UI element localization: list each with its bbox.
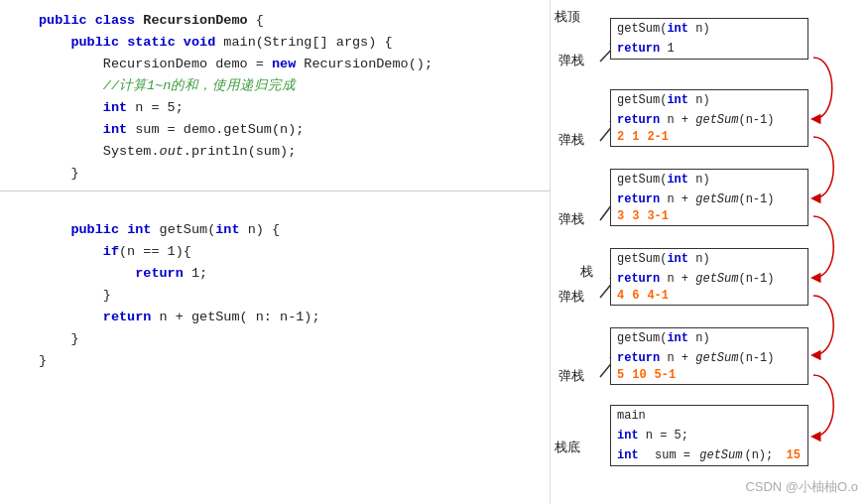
code-line-7: System.out.println(sum); bbox=[0, 141, 550, 163]
frame-numbers: 5105-1 bbox=[611, 368, 807, 384]
stack-label-zhong: 栈 bbox=[580, 263, 593, 281]
stack-top-label: 栈顶 bbox=[555, 8, 580, 26]
code-line-12: return 1; bbox=[0, 263, 550, 285]
stack-bottom-label: 栈底 bbox=[555, 439, 580, 456]
code-text: RecursionDemo demo = new RecursionDemo()… bbox=[39, 54, 433, 75]
stack-frame-4: getSum(int n) return n + getSum(n-1) 464… bbox=[610, 248, 808, 306]
frame-line: int sum = getSum(n); 15 bbox=[611, 445, 807, 465]
frame-line: getSum(int n) bbox=[611, 90, 807, 110]
code-text: public class RecursionDemo { bbox=[39, 10, 264, 32]
frame-line: getSum(int n) bbox=[611, 170, 807, 189]
code-line-8: } bbox=[0, 163, 550, 185]
code-line-9 bbox=[0, 197, 550, 219]
frame-numbers: 464-1 bbox=[611, 289, 807, 305]
code-text: } bbox=[39, 285, 111, 307]
code-text: } bbox=[39, 163, 79, 185]
frame-line: return n + getSum(n-1) bbox=[611, 110, 807, 130]
popup-label-3: 弹栈 bbox=[558, 210, 584, 228]
stack-frame-2: getSum(int n) return n + getSum(n-1) 212… bbox=[610, 89, 808, 147]
stack-frame-1: getSum(int n) return 1 bbox=[610, 18, 808, 60]
popup-label-2: 弹栈 bbox=[558, 131, 584, 149]
code-line-16: } bbox=[0, 350, 550, 372]
code-line-5: int n = 5; bbox=[0, 97, 550, 119]
code-line-10: public int getSum(int n) { bbox=[0, 219, 550, 241]
code-text: } bbox=[39, 328, 79, 350]
code-text: public int getSum(int n) { bbox=[39, 219, 280, 241]
popup-label-5: 弹栈 bbox=[558, 367, 584, 385]
frame-line: getSum(int n) bbox=[611, 328, 807, 348]
popup-label-4: 弹栈 bbox=[558, 288, 584, 306]
code-panel: public class RecursionDemo { public stat… bbox=[0, 0, 551, 504]
code-line-14: return n + getSum( n: n-1); bbox=[0, 307, 550, 328]
code-text: int sum = demo.getSum(n); bbox=[39, 119, 304, 141]
code-line-2: public static void main(String[] args) { bbox=[0, 32, 550, 54]
code-line-11: if(n == 1){ bbox=[0, 241, 550, 263]
stack-frame-6: main int n = 5; int sum = getSum(n); 15 bbox=[610, 405, 808, 466]
code-line-6: int sum = demo.getSum(n); bbox=[0, 119, 550, 141]
frame-line: int n = 5; bbox=[611, 426, 807, 445]
frame-line: return n + getSum(n-1) bbox=[611, 269, 807, 289]
frame-numbers: 212-1 bbox=[611, 130, 807, 146]
code-text: System.out.println(sum); bbox=[39, 141, 296, 163]
code-text: if(n == 1){ bbox=[39, 241, 191, 263]
frame-line: return n + getSum(n-1) bbox=[611, 189, 807, 209]
popup-label-1: 弹栈 bbox=[558, 52, 584, 69]
code-line-1: public class RecursionDemo { bbox=[0, 10, 550, 32]
frame-line: main bbox=[611, 406, 807, 426]
code-comment: //计算1~n的和，使用递归完成 bbox=[39, 75, 296, 97]
code-text: return 1; bbox=[39, 263, 207, 285]
frame-numbers: 333-1 bbox=[611, 209, 807, 225]
frame-line: return 1 bbox=[611, 39, 807, 59]
code-line-13: } bbox=[0, 285, 550, 307]
code-line-4: //计算1~n的和，使用递归完成 bbox=[0, 75, 550, 97]
frame-line: return n + getSum(n-1) bbox=[611, 348, 807, 368]
stack-panel: 栈顶 栈底 弹栈 弹栈 弹栈 弹栈 弹栈 栈 bbox=[551, 0, 868, 504]
code-text: int n = 5; bbox=[39, 97, 184, 119]
code-line-15: } bbox=[0, 328, 550, 350]
code-separator bbox=[0, 190, 550, 191]
stack-frame-3: getSum(int n) return n + getSum(n-1) 333… bbox=[610, 169, 808, 226]
code-text: public static void main(String[] args) { bbox=[39, 32, 393, 54]
code-text: return n + getSum( n: n-1); bbox=[39, 307, 320, 328]
code-line-3: RecursionDemo demo = new RecursionDemo()… bbox=[0, 54, 550, 75]
frame-line: getSum(int n) bbox=[611, 249, 807, 269]
code-text: } bbox=[39, 350, 47, 372]
watermark: CSDN @小柚柚O.o bbox=[745, 478, 858, 496]
stack-frame-5: getSum(int n) return n + getSum(n-1) 510… bbox=[610, 327, 808, 385]
frame-line: getSum(int n) bbox=[611, 19, 807, 39]
